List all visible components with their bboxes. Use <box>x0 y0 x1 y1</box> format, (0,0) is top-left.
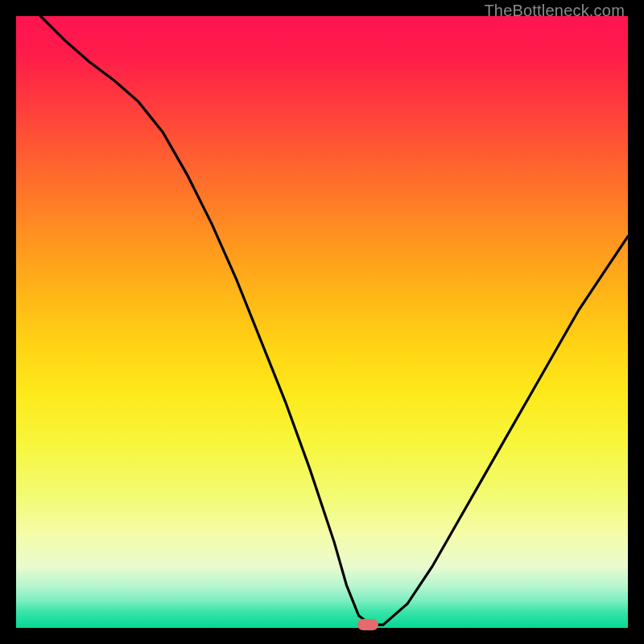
chart-background-gradient <box>16 16 628 628</box>
optimal-point-marker <box>357 619 378 630</box>
chart-frame <box>16 16 628 628</box>
